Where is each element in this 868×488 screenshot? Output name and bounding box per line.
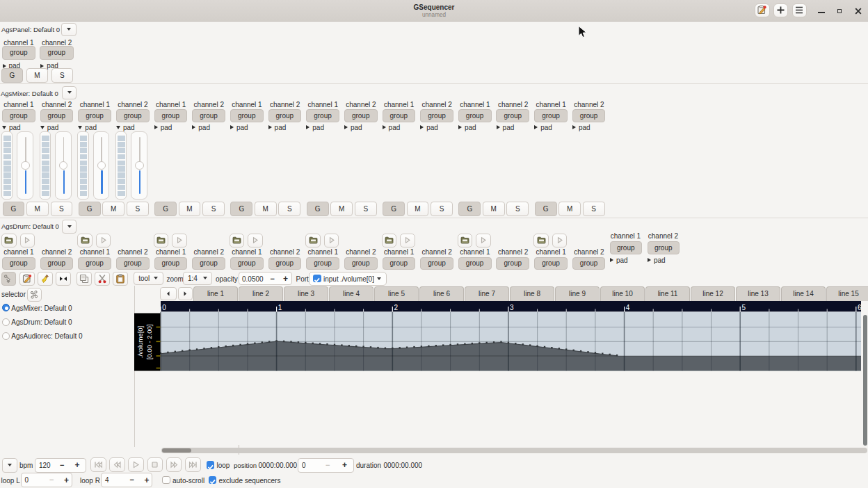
svg-text:0: 0 [162,303,166,311]
svg-text:5: 5 [741,303,746,311]
svg-text:./volume[0]: ./volume[0] [136,325,144,357]
svg-text:2: 2 [394,303,399,311]
svg-text:1: 1 [278,303,282,311]
svg-text:[0.00 - 2.00]: [0.00 - 2.00] [145,324,153,359]
svg-text:4: 4 [626,303,630,311]
svg-text:3: 3 [510,303,514,311]
svg-text:6: 6 [858,303,862,311]
